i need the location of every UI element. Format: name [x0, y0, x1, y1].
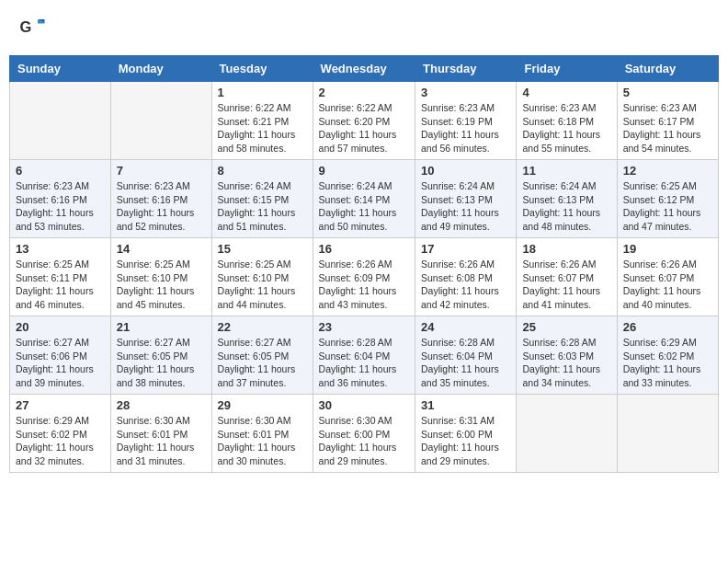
calendar-table: SundayMondayTuesdayWednesdayThursdayFrid… [9, 55, 719, 473]
day-number: 12 [623, 164, 712, 178]
day-number: 21 [117, 320, 206, 334]
logo: G [18, 14, 50, 41]
svg-text:G: G [20, 18, 32, 35]
day-number: 11 [522, 164, 610, 178]
day-number: 7 [117, 164, 206, 178]
day-detail: Sunrise: 6:26 AMSunset: 6:08 PMDaylight:… [421, 258, 510, 312]
day-number: 14 [117, 242, 206, 256]
column-header-saturday: Saturday [617, 56, 718, 82]
calendar-cell [110, 82, 211, 160]
day-detail: Sunrise: 6:27 AMSunset: 6:05 PMDaylight:… [117, 336, 206, 390]
day-detail: Sunrise: 6:26 AMSunset: 6:09 PMDaylight:… [319, 258, 409, 312]
day-number: 6 [16, 164, 105, 178]
calendar-cell: 4Sunrise: 6:23 AMSunset: 6:18 PMDaylight… [517, 82, 617, 160]
column-header-sunday: Sunday [10, 56, 111, 82]
day-number: 3 [421, 86, 510, 99]
calendar-header-row: SundayMondayTuesdayWednesdayThursdayFrid… [10, 56, 719, 82]
day-detail: Sunrise: 6:26 AMSunset: 6:07 PMDaylight:… [522, 258, 610, 312]
calendar-cell: 20Sunrise: 6:27 AMSunset: 6:06 PMDayligh… [10, 316, 111, 395]
day-number: 29 [218, 398, 307, 412]
day-number: 30 [319, 398, 409, 412]
column-header-wednesday: Wednesday [313, 56, 415, 82]
day-number: 1 [218, 86, 307, 99]
day-detail: Sunrise: 6:28 AMSunset: 6:03 PMDaylight:… [522, 336, 610, 390]
day-number: 8 [218, 164, 307, 178]
calendar-cell: 9Sunrise: 6:24 AMSunset: 6:14 PMDaylight… [313, 160, 415, 238]
column-header-tuesday: Tuesday [211, 56, 313, 82]
column-header-monday: Monday [110, 56, 211, 82]
calendar-cell: 25Sunrise: 6:28 AMSunset: 6:03 PMDayligh… [517, 316, 617, 395]
day-detail: Sunrise: 6:23 AMSunset: 6:16 PMDaylight:… [117, 179, 206, 234]
day-detail: Sunrise: 6:24 AMSunset: 6:13 PMDaylight:… [522, 179, 610, 234]
calendar-cell: 26Sunrise: 6:29 AMSunset: 6:02 PMDayligh… [617, 316, 718, 395]
day-number: 16 [319, 242, 409, 256]
day-number: 20 [16, 320, 105, 334]
calendar-cell: 11Sunrise: 6:24 AMSunset: 6:13 PMDayligh… [517, 160, 617, 238]
day-number: 17 [421, 242, 510, 256]
day-detail: Sunrise: 6:30 AMSunset: 6:01 PMDaylight:… [218, 414, 307, 468]
day-number: 18 [522, 242, 610, 256]
day-detail: Sunrise: 6:30 AMSunset: 6:00 PMDaylight:… [319, 414, 409, 468]
calendar-cell [517, 395, 617, 473]
calendar-cell: 18Sunrise: 6:26 AMSunset: 6:07 PMDayligh… [517, 238, 617, 316]
calendar-cell: 23Sunrise: 6:28 AMSunset: 6:04 PMDayligh… [313, 316, 415, 395]
day-number: 5 [623, 86, 712, 99]
calendar-cell: 7Sunrise: 6:23 AMSunset: 6:16 PMDaylight… [110, 160, 211, 238]
calendar-cell: 27Sunrise: 6:29 AMSunset: 6:02 PMDayligh… [10, 395, 111, 473]
day-detail: Sunrise: 6:28 AMSunset: 6:04 PMDaylight:… [421, 336, 510, 390]
calendar-cell: 3Sunrise: 6:23 AMSunset: 6:19 PMDaylight… [415, 82, 517, 160]
day-detail: Sunrise: 6:29 AMSunset: 6:02 PMDaylight:… [623, 336, 712, 390]
day-detail: Sunrise: 6:22 AMSunset: 6:20 PMDaylight:… [319, 101, 409, 155]
calendar-cell: 29Sunrise: 6:30 AMSunset: 6:01 PMDayligh… [211, 395, 313, 473]
calendar-cell: 22Sunrise: 6:27 AMSunset: 6:05 PMDayligh… [211, 316, 313, 395]
page-header: G [9, 9, 719, 46]
day-number: 26 [623, 320, 712, 334]
day-number: 15 [218, 242, 307, 256]
calendar-cell: 21Sunrise: 6:27 AMSunset: 6:05 PMDayligh… [110, 316, 211, 395]
calendar-cell: 24Sunrise: 6:28 AMSunset: 6:04 PMDayligh… [415, 316, 517, 395]
day-detail: Sunrise: 6:27 AMSunset: 6:05 PMDaylight:… [218, 336, 307, 390]
calendar-cell: 2Sunrise: 6:22 AMSunset: 6:20 PMDaylight… [313, 82, 415, 160]
day-number: 4 [522, 86, 610, 99]
day-detail: Sunrise: 6:22 AMSunset: 6:21 PMDaylight:… [218, 101, 307, 155]
day-detail: Sunrise: 6:28 AMSunset: 6:04 PMDaylight:… [319, 336, 409, 390]
calendar-cell: 10Sunrise: 6:24 AMSunset: 6:13 PMDayligh… [415, 160, 517, 238]
calendar-cell: 5Sunrise: 6:23 AMSunset: 6:17 PMDaylight… [617, 82, 718, 160]
day-detail: Sunrise: 6:25 AMSunset: 6:11 PMDaylight:… [16, 258, 105, 312]
day-number: 28 [117, 398, 206, 412]
calendar-cell: 6Sunrise: 6:23 AMSunset: 6:16 PMDaylight… [10, 160, 111, 238]
calendar-cell: 31Sunrise: 6:31 AMSunset: 6:00 PMDayligh… [415, 395, 517, 473]
calendar-cell: 1Sunrise: 6:22 AMSunset: 6:21 PMDaylight… [211, 82, 313, 160]
calendar-cell: 16Sunrise: 6:26 AMSunset: 6:09 PMDayligh… [313, 238, 415, 316]
calendar-cell: 19Sunrise: 6:26 AMSunset: 6:07 PMDayligh… [617, 238, 718, 316]
day-number: 2 [319, 86, 409, 99]
day-number: 10 [421, 164, 510, 178]
day-detail: Sunrise: 6:24 AMSunset: 6:14 PMDaylight:… [319, 179, 409, 234]
day-detail: Sunrise: 6:23 AMSunset: 6:19 PMDaylight:… [421, 101, 510, 155]
day-number: 22 [218, 320, 307, 334]
day-detail: Sunrise: 6:25 AMSunset: 6:12 PMDaylight:… [623, 179, 712, 234]
calendar-cell [617, 395, 718, 473]
day-number: 31 [421, 398, 510, 412]
calendar-cell: 28Sunrise: 6:30 AMSunset: 6:01 PMDayligh… [110, 395, 211, 473]
calendar-cell: 14Sunrise: 6:25 AMSunset: 6:10 PMDayligh… [110, 238, 211, 316]
calendar-week-row: 13Sunrise: 6:25 AMSunset: 6:11 PMDayligh… [10, 238, 719, 316]
day-number: 24 [421, 320, 510, 334]
day-number: 27 [16, 398, 105, 412]
calendar-cell: 17Sunrise: 6:26 AMSunset: 6:08 PMDayligh… [415, 238, 517, 316]
day-number: 25 [522, 320, 610, 334]
day-detail: Sunrise: 6:29 AMSunset: 6:02 PMDaylight:… [16, 414, 105, 468]
calendar-week-row: 1Sunrise: 6:22 AMSunset: 6:21 PMDaylight… [10, 82, 719, 160]
calendar-cell: 15Sunrise: 6:25 AMSunset: 6:10 PMDayligh… [211, 238, 313, 316]
day-detail: Sunrise: 6:25 AMSunset: 6:10 PMDaylight:… [117, 258, 206, 312]
column-header-friday: Friday [517, 56, 617, 82]
calendar-cell: 8Sunrise: 6:24 AMSunset: 6:15 PMDaylight… [211, 160, 313, 238]
day-number: 19 [623, 242, 712, 256]
calendar-week-row: 27Sunrise: 6:29 AMSunset: 6:02 PMDayligh… [10, 395, 719, 473]
day-detail: Sunrise: 6:23 AMSunset: 6:17 PMDaylight:… [623, 101, 712, 155]
calendar-cell: 12Sunrise: 6:25 AMSunset: 6:12 PMDayligh… [617, 160, 718, 238]
calendar-cell: 13Sunrise: 6:25 AMSunset: 6:11 PMDayligh… [10, 238, 111, 316]
day-detail: Sunrise: 6:30 AMSunset: 6:01 PMDaylight:… [117, 414, 206, 468]
day-detail: Sunrise: 6:25 AMSunset: 6:10 PMDaylight:… [218, 258, 307, 312]
day-number: 13 [16, 242, 105, 256]
